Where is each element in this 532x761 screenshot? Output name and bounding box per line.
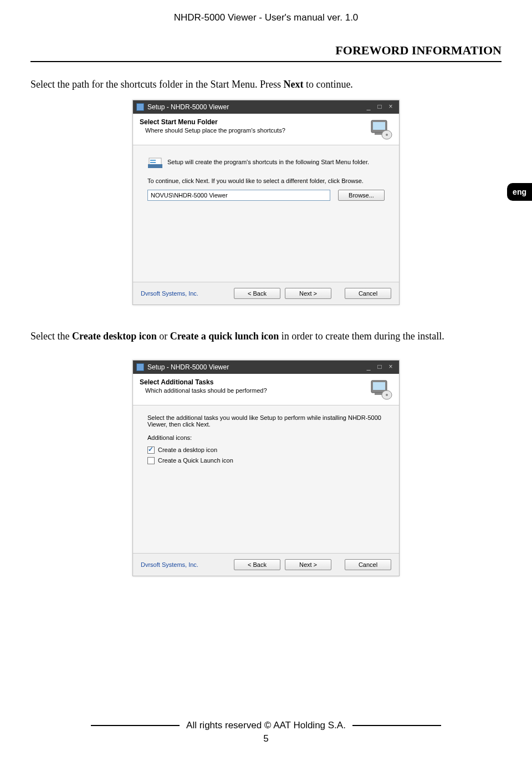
wizard-subtitle: Where should Setup place the program's s… [140, 127, 364, 134]
vendor-link[interactable]: Dvrsoft Systems, Inc. [141, 561, 229, 568]
wizard-header: Select Start Menu Folder Where should Se… [133, 114, 399, 145]
maximize-button[interactable]: □ [375, 103, 385, 111]
installer-window-1: Setup - NHDR-5000 Viewer _ □ × Select St… [132, 100, 400, 305]
instruction-text: Setup will create the program's shortcut… [167, 159, 369, 165]
close-button[interactable]: × [386, 363, 396, 371]
window-title: Setup - NHDR-5000 Viewer [147, 363, 362, 371]
window-titlebar: Setup - NHDR-5000 Viewer _ □ × [133, 361, 399, 374]
next-button[interactable]: Next > [285, 288, 331, 299]
document-footer: All rights reserved © AAT Holding S.A. 5 [0, 720, 532, 744]
svg-rect-10 [373, 382, 385, 390]
browse-button[interactable]: Browse... [338, 190, 385, 201]
computer-disc-icon [368, 118, 393, 140]
text: Select the path for the shortcuts folder… [30, 79, 283, 90]
cancel-button[interactable]: Cancel [345, 288, 391, 299]
text: in order to create them during the insta… [282, 331, 444, 342]
wizard-footer: Dvrsoft Systems, Inc. < Back Next > Canc… [133, 282, 399, 305]
section-label: Additional icons: [147, 434, 385, 441]
close-button[interactable]: × [386, 103, 396, 111]
maximize-button[interactable]: □ [375, 363, 385, 371]
window-titlebar: Setup - NHDR-5000 Viewer _ □ × [133, 100, 399, 114]
next-button[interactable]: Next > [285, 559, 331, 570]
back-button[interactable]: < Back [234, 559, 280, 570]
minimize-button[interactable]: _ [364, 363, 374, 371]
section-title: FOREWORD INFORMATION [0, 23, 532, 61]
create-desktop-icon-checkbox[interactable] [147, 447, 155, 454]
paragraph-1: Select the path for the shortcuts folder… [0, 62, 532, 91]
text-bold: Create desktop icon [72, 331, 159, 342]
checkbox-label: Create a Quick Launch icon [158, 457, 233, 464]
cancel-button[interactable]: Cancel [345, 559, 391, 570]
wizard-title: Select Additional Tasks [140, 378, 364, 386]
svg-rect-1 [373, 122, 385, 130]
app-icon [136, 103, 144, 111]
text-bold: Next [283, 79, 303, 90]
document-header: NHDR-5000 Viewer - User's manual ver. 1.… [0, 0, 532, 23]
wizard-content: Select the additional tasks you would li… [133, 405, 399, 553]
window-title: Setup - NHDR-5000 Viewer [147, 103, 362, 111]
start-menu-path-input[interactable] [147, 190, 330, 201]
text: to continue. [303, 79, 352, 90]
text-bold: Create a quick lunch icon [170, 331, 282, 342]
svg-rect-8 [148, 164, 162, 168]
wizard-header: Select Additional Tasks Which additional… [133, 374, 399, 405]
text: Select the [30, 331, 72, 342]
minimize-button[interactable]: _ [364, 103, 374, 111]
wizard-footer: Dvrsoft Systems, Inc. < Back Next > Canc… [133, 553, 399, 576]
footer-text: All rights reserved © AAT Holding S.A. [186, 720, 346, 731]
wizard-content: Setup will create the program's shortcut… [133, 145, 399, 282]
page-number: 5 [0, 733, 532, 744]
svg-rect-6 [150, 160, 156, 161]
language-tab[interactable]: eng [507, 183, 532, 201]
wizard-title: Select Start Menu Folder [140, 118, 364, 126]
wizard-subtitle: Which additional tasks should be perform… [140, 387, 364, 394]
folder-icon [147, 154, 163, 170]
footer-line-left [91, 725, 180, 726]
checkbox-label: Create a desktop icon [158, 447, 217, 453]
create-quick-launch-icon-checkbox[interactable] [147, 457, 155, 464]
footer-line-right [352, 725, 441, 726]
app-icon [136, 363, 144, 371]
vendor-link[interactable]: Dvrsoft Systems, Inc. [141, 290, 229, 297]
text: or [159, 331, 170, 342]
instruction-text-2: To continue, click Next. If you would li… [147, 177, 385, 184]
svg-point-4 [386, 134, 388, 136]
svg-point-13 [386, 394, 388, 396]
svg-rect-7 [150, 162, 156, 163]
installer-window-2: Setup - NHDR-5000 Viewer _ □ × Select Ad… [132, 360, 400, 576]
back-button[interactable]: < Back [234, 288, 280, 299]
paragraph-2: Select the Create desktop icon or Create… [0, 305, 532, 343]
computer-disc-icon [368, 378, 393, 400]
instruction-text: Select the additional tasks you would li… [147, 414, 385, 428]
